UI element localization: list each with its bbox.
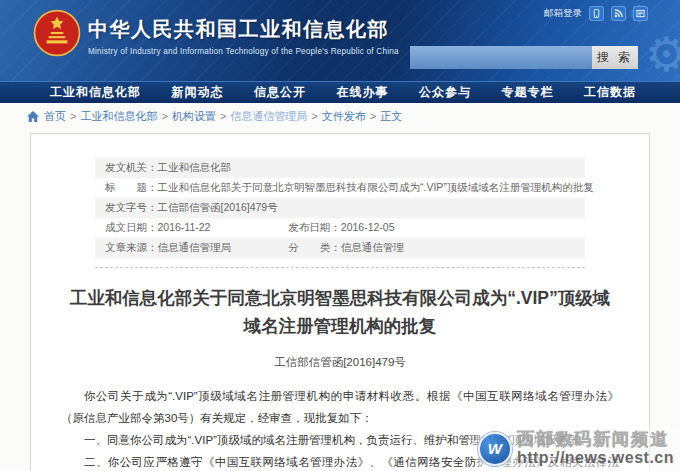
gear-decoration-icon: ⚙ xyxy=(645,26,680,82)
meta-label: 发文机关： xyxy=(105,161,158,175)
meta-row-title: 标 题：工业和信息化部关于同意北京明智墨思科技有限公司成为“.VIP”顶级域域名… xyxy=(95,178,585,198)
meta-row-doc-number: 发文字号：工信部信管函[2016]479号 xyxy=(95,198,585,218)
nav-item-public-participation[interactable]: 公众参与 xyxy=(419,84,471,101)
breadcrumb-separator: > xyxy=(161,110,167,122)
breadcrumb-separator: > xyxy=(70,110,76,122)
breadcrumb-file-release[interactable]: 文件发布 xyxy=(322,109,366,124)
breadcrumb-home[interactable]: 首页 xyxy=(44,109,66,124)
meta-value: 工业和信息化部关于同意北京明智墨思科技有限公司成为“.VIP”顶级域域名注册管理… xyxy=(158,181,594,195)
main-nav: 工业和信息化部 新闻动态 信息公开 在线办事 公众参与 专题专栏 工信数据 xyxy=(0,81,680,103)
search-input[interactable] xyxy=(410,46,592,69)
site-titles: 中华人民共和国工业和信息化部 Ministry of Industry and … xyxy=(88,16,399,56)
meta-row-dates: 成文日期：2016-11-22 发布日期：2016-12-05 xyxy=(95,218,585,238)
nav-item-miit[interactable]: 工业和信息化部 xyxy=(50,84,141,101)
home-icon[interactable] xyxy=(27,111,39,122)
search-button[interactable]: 搜 索 xyxy=(592,46,638,69)
document-card: 发文机关：工业和信息化部 标 题：工业和信息化部关于同意北京明智墨思科技有限公司… xyxy=(30,133,650,471)
site-title: 中华人民共和国工业和信息化部 xyxy=(88,16,399,43)
document-title: 工业和信息化部关于同意北京明智墨思科技有限公司成为“.VIP”顶级域域名注册管理… xyxy=(62,284,618,340)
meta-label: 成文日期： xyxy=(105,221,158,235)
nav-item-icit-data[interactable]: 工信数据 xyxy=(584,84,636,101)
breadcrumb-separator: > xyxy=(311,110,317,122)
meta-label: 文章来源： xyxy=(105,241,158,255)
watermark-text: 西部数码新闻频道 http://news.west.cn xyxy=(517,430,674,467)
mail-login-link[interactable]: 邮箱登录 xyxy=(544,7,582,20)
meta-value: 2016-11-22 xyxy=(158,221,211,235)
meta-label: 标 题： xyxy=(105,181,158,195)
meta-row-issuing-agency: 发文机关：工业和信息化部 xyxy=(95,158,585,178)
document-meta-table: 发文机关：工业和信息化部 标 题：工业和信息化部关于同意北京明智墨思科技有限公司… xyxy=(95,158,585,258)
site-subtitle: Ministry of Industry and Information Tec… xyxy=(88,47,399,56)
document-number: 工信部信管函[2016]479号 xyxy=(31,355,649,370)
mobile-icon[interactable] xyxy=(589,6,604,21)
breadcrumb: 首页 > 工业和信息化部 > 机构设置 > 信息通信管理局 > 文件发布 > 正… xyxy=(0,103,680,129)
top-links: 邮箱登录 xyxy=(544,6,648,21)
breadcrumb-org-setup[interactable]: 机构设置 xyxy=(172,109,216,124)
page: ⚙ ⚙ 中华人民共和国工业和信息化部 Ministry of Industry … xyxy=(0,0,680,471)
meta-value: 2016-12-05 xyxy=(341,221,395,235)
watermark: W 西部数码新闻频道 http://news.west.cn xyxy=(476,428,678,471)
paragraph-intro: 你公司关于成为“.VIP”顶级域域名注册管理机构的申请材料收悉。根据《中国互联网… xyxy=(61,385,619,429)
nav-item-online-services[interactable]: 在线办事 xyxy=(337,84,389,101)
meta-label: 发文字号： xyxy=(105,201,158,215)
nav-item-news[interactable]: 新闻动态 xyxy=(172,84,224,101)
meta-value: 信息通信管理 xyxy=(341,241,404,255)
meta-row-source-category: 文章来源：信息通信管理局 分 类：信息通信管理 xyxy=(95,238,585,258)
breadcrumb-bureau[interactable]: 信息通信管理局 xyxy=(230,109,307,124)
breadcrumb-separator: > xyxy=(370,110,376,122)
nav-item-info-disclosure[interactable]: 信息公开 xyxy=(254,84,306,101)
search-bar: 搜 索 xyxy=(410,46,638,69)
nav-item-special-topics[interactable]: 专题专栏 xyxy=(502,84,554,101)
site-header: ⚙ ⚙ 中华人民共和国工业和信息化部 Ministry of Industry … xyxy=(0,0,680,81)
meta-label: 发布日期： xyxy=(288,221,341,235)
news-icon[interactable] xyxy=(633,6,648,21)
meta-value: 信息通信管理局 xyxy=(158,241,232,255)
national-emblem-logo xyxy=(33,9,81,57)
rss-icon[interactable] xyxy=(611,6,626,21)
breadcrumb-miit[interactable]: 工业和信息化部 xyxy=(80,109,157,124)
divider xyxy=(95,267,585,268)
meta-label: 分 类： xyxy=(288,241,341,255)
breadcrumb-separator: > xyxy=(220,110,226,122)
watermark-channel-name: 西部数码新闻频道 xyxy=(517,430,674,449)
watermark-url: http://news.west.cn xyxy=(517,449,674,467)
west-cn-logo-icon: W xyxy=(478,432,512,466)
meta-value: 工信部信管函[2016]479号 xyxy=(158,201,278,215)
breadcrumb-current-article: 正文 xyxy=(380,109,402,124)
meta-value: 工业和信息化部 xyxy=(158,161,232,175)
